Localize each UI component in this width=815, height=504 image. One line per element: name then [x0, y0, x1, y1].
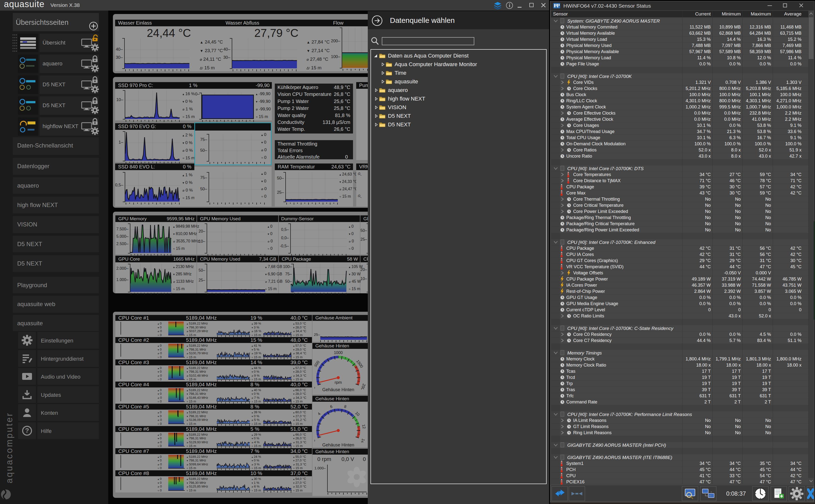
svg-text:8: 8	[344, 404, 347, 409]
svg-text:4: 4	[317, 412, 321, 416]
svg-text:0: 0	[314, 386, 316, 389]
svg-text:14: 14	[360, 438, 365, 442]
svg-text:0: 0	[314, 439, 316, 442]
svg-text:12: 12	[361, 424, 366, 429]
svg-text:6: 6	[330, 404, 333, 409]
svg-text:10: 10	[354, 411, 360, 417]
svg-text:?: ?	[25, 427, 29, 434]
svg-text:2: 2	[314, 425, 315, 428]
svg-text:2000: 2000	[359, 383, 366, 389]
svg-text:rpm: rpm	[334, 380, 342, 385]
svg-text:1000: 1000	[334, 351, 343, 355]
